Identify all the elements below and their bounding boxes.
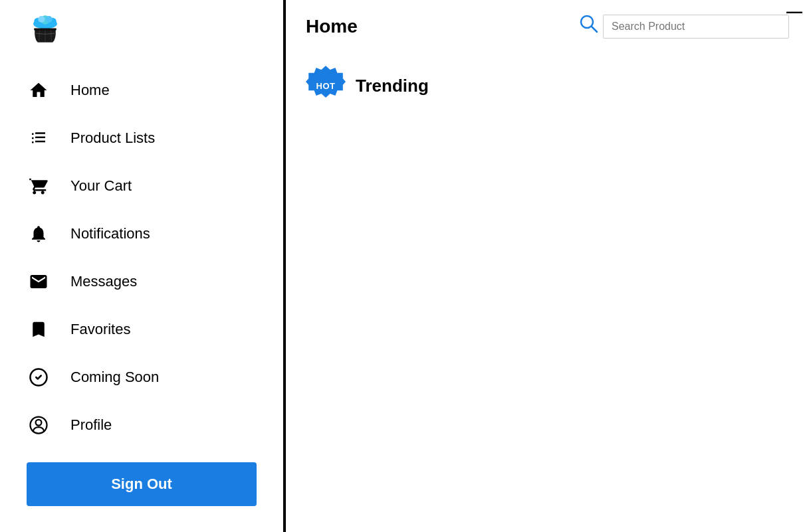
svg-rect-9 xyxy=(34,28,57,30)
envelope-icon xyxy=(27,270,51,294)
hot-badge: HOT xyxy=(306,66,346,106)
sidebar-item-home[interactable]: Home xyxy=(0,66,283,114)
main-content: — Home HOT Trending xyxy=(286,0,809,532)
sidebar-item-messages[interactable]: Messages xyxy=(0,258,283,306)
trending-section: HOT Trending xyxy=(306,66,789,106)
profile-icon xyxy=(27,413,51,437)
cupcake-logo-icon xyxy=(27,13,64,53)
sidebar-item-notifications-label: Notifications xyxy=(70,225,150,242)
minimize-button[interactable]: — xyxy=(786,3,802,19)
sidebar-item-profile[interactable]: Profile xyxy=(0,401,283,449)
sidebar-item-product-lists[interactable]: Product Lists xyxy=(0,114,283,162)
nav-menu: Home Product Lists Your Cart xyxy=(0,66,283,449)
cart-icon xyxy=(27,174,51,198)
sidebar-item-favorites[interactable]: Favorites xyxy=(0,306,283,353)
search-input[interactable] xyxy=(603,15,789,39)
sidebar-item-your-cart[interactable]: Your Cart xyxy=(0,162,283,210)
sidebar-item-product-lists-label: Product Lists xyxy=(70,130,155,147)
sidebar-item-notifications[interactable]: Notifications xyxy=(0,210,283,258)
coming-soon-icon xyxy=(27,365,51,389)
home-icon xyxy=(27,78,51,102)
sign-out-button[interactable]: Sign Out xyxy=(27,462,257,506)
bookmark-icon xyxy=(27,317,51,341)
search-container xyxy=(578,13,789,39)
search-icon xyxy=(578,13,600,39)
trending-label: Trending xyxy=(356,76,429,96)
svg-point-4 xyxy=(38,16,45,23)
sidebar: Home Product Lists Your Cart xyxy=(0,0,286,532)
sidebar-item-coming-soon[interactable]: Coming Soon xyxy=(0,353,283,401)
sidebar-item-messages-label: Messages xyxy=(70,273,137,290)
bell-icon xyxy=(27,222,51,246)
product-lists-icon xyxy=(27,126,51,150)
page-title: Home xyxy=(306,16,358,37)
sidebar-item-coming-soon-label: Coming Soon xyxy=(70,369,159,386)
sidebar-item-profile-label: Profile xyxy=(70,416,112,434)
sidebar-item-home-label: Home xyxy=(70,82,110,99)
main-header: Home xyxy=(306,13,789,39)
sidebar-item-your-cart-label: Your Cart xyxy=(70,177,132,195)
sidebar-item-favorites-label: Favorites xyxy=(70,321,130,338)
svg-point-5 xyxy=(46,16,53,23)
logo-area xyxy=(0,7,283,66)
svg-line-14 xyxy=(592,27,597,32)
svg-point-12 xyxy=(36,420,42,426)
